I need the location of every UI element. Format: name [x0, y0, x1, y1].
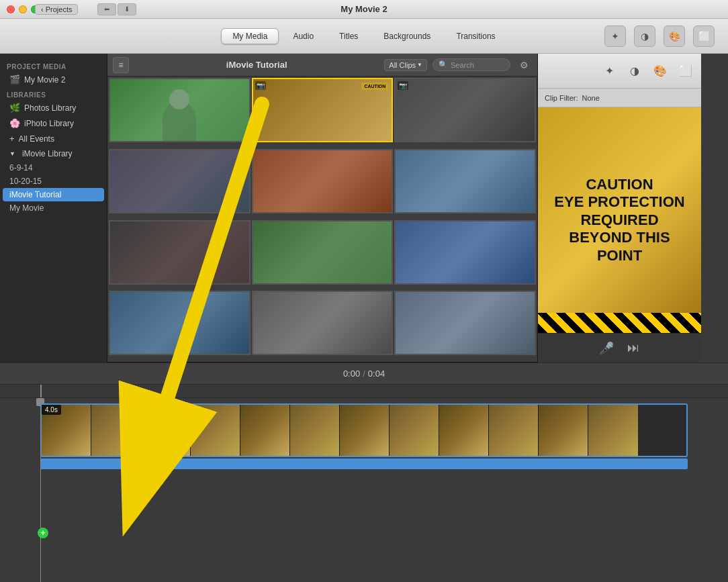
sidebar-item-10-20-15[interactable]: 10-20-15: [3, 175, 104, 188]
clip-9-thumbnail: [396, 222, 535, 283]
clip-3[interactable]: 📷: [394, 78, 536, 142]
palette-button[interactable]: 🎨: [664, 26, 685, 47]
clip-frame-10: [489, 405, 539, 456]
clip-3-thumbnail: [396, 79, 535, 141]
search-input[interactable]: [451, 61, 504, 69]
color-button[interactable]: ◑: [634, 26, 655, 47]
timeline-cursor-line: [40, 398, 41, 582]
clip-2[interactable]: CAUTION 📷: [252, 78, 394, 142]
clip-8-thumbnail: [253, 222, 392, 283]
timeline-cursor-top: [40, 385, 42, 397]
clip-12-thumbnail: [396, 292, 535, 354]
clip-frame-9: [439, 405, 489, 456]
tab-backgrounds[interactable]: Backgrounds: [372, 28, 442, 44]
titlebar: ‹ Projects ⬅ ⬇ My Movie 2: [0, 0, 728, 19]
nav-back-button[interactable]: ⬅: [97, 3, 116, 15]
sidebar-photos-label: Photos Library: [24, 103, 76, 113]
tab-transitions[interactable]: Transitions: [445, 28, 506, 44]
tab-my-media[interactable]: My Media: [221, 28, 279, 44]
timeline-ruler: [0, 385, 728, 398]
sidebar-sub-label-3: iMovie Tutorial: [9, 190, 61, 199]
clip-5-thumbnail: [253, 150, 392, 212]
sidebar-item-my-movie[interactable]: My Movie: [3, 201, 104, 215]
sidebar-item-imovie-library[interactable]: ▼ iMovie Library: [3, 146, 104, 161]
magic-wand-button[interactable]: ✦: [599, 61, 619, 81]
sidebar-sub-label-4: My Movie: [9, 203, 44, 213]
enhance-button[interactable]: ✦: [604, 26, 626, 47]
camera-icon-3: 📷: [398, 81, 408, 90]
clip-frame-2: [91, 405, 141, 456]
clip-11[interactable]: [252, 291, 394, 355]
clip-frame-12: [588, 405, 638, 456]
sidebar-imovie-label: iMovie Library: [22, 149, 73, 158]
color-correction-button[interactable]: 🎨: [650, 61, 670, 81]
clip-filter-bar: Clip Filter: None: [538, 89, 701, 107]
clip-filter-value: None: [582, 94, 600, 102]
clip-frame-11: [539, 405, 588, 456]
back-icon: ‹: [41, 5, 44, 13]
projects-label: Projects: [46, 5, 73, 13]
sidebar-sub-label-2: 10-20-15: [9, 177, 42, 186]
close-button[interactable]: [7, 5, 15, 13]
minimize-button[interactable]: [19, 5, 27, 13]
clip-11-thumbnail: [253, 292, 392, 354]
sidebar-item-my-movie-2[interactable]: 🎬 My Movie 2: [3, 72, 104, 87]
preview-video: CAUTIONEYE PROTECTIONREQUIREDBEYOND THIS…: [538, 107, 701, 333]
search-box[interactable]: 🔍: [433, 58, 510, 71]
clip-6[interactable]: [394, 149, 536, 213]
toolbar-right: ✦ ◑ 🎨 ⬜: [604, 26, 715, 47]
tab-titles[interactable]: Titles: [328, 28, 369, 44]
tab-audio[interactable]: Audio: [281, 28, 325, 44]
gear-button[interactable]: ⚙: [516, 57, 532, 73]
add-icon: +: [9, 134, 15, 144]
timeline-current-time: 0:00: [343, 369, 360, 379]
crop-button-right[interactable]: ⬜: [676, 61, 696, 81]
crop-button[interactable]: ⬜: [693, 26, 715, 47]
bottom-section: 0:00 / 0:04 4.0s +: [0, 362, 728, 582]
sidebar-project-label: My Movie 2: [24, 75, 65, 85]
mic-button[interactable]: 🎤: [597, 339, 616, 358]
clip-12[interactable]: [394, 291, 536, 355]
browser-title: iMovie Tutorial: [134, 60, 379, 70]
timeline-header: 0:00 / 0:04: [0, 363, 728, 385]
clip-9[interactable]: [394, 220, 536, 285]
duration-badge: 4.0s: [42, 405, 61, 415]
sidebar-item-6-9-14[interactable]: 6-9-14: [3, 161, 104, 175]
clip-4[interactable]: [109, 149, 251, 213]
main-layout: PROJECT MEDIA 🎬 My Movie 2 LIBRARIES 🌿 P…: [0, 54, 728, 582]
preview-panel: ✦ ◑ 🎨 ⬜ Clip Filter: None CAUTIONEYE PRO…: [537, 54, 701, 362]
clip-8[interactable]: [252, 220, 394, 285]
clip-4-thumbnail: [110, 150, 249, 212]
clip-5[interactable]: [252, 149, 394, 213]
project-media-header: PROJECT MEDIA: [0, 59, 107, 72]
clip-7[interactable]: [109, 220, 251, 285]
clip-frame-5: [240, 405, 290, 456]
color-balance-button[interactable]: ◑: [625, 61, 645, 81]
sidebar-item-imovie-tutorial[interactable]: iMovie Tutorial: [3, 188, 104, 201]
nav-forward-button[interactable]: ⬇: [118, 3, 136, 15]
sidebar-item-iphoto-library[interactable]: 🌸 iPhoto Library: [3, 115, 104, 131]
browser-panel: ≡ iMovie Tutorial All Clips ▼ 🔍 ⚙: [107, 54, 537, 362]
timeline-total-time: 0:04: [368, 369, 385, 379]
triangle-icon: ▼: [9, 150, 15, 157]
sidebar-all-events-label: All Events: [19, 134, 54, 144]
clip-frames: [42, 405, 638, 456]
voiceover-button[interactable]: ⏭: [624, 339, 643, 358]
clips-filter[interactable]: All Clips ▼: [384, 59, 427, 71]
clip-10[interactable]: [109, 291, 251, 355]
clip-frame-6: [290, 405, 340, 456]
chevron-down-icon: ▼: [417, 62, 422, 68]
clip-1[interactable]: [109, 78, 251, 142]
timeline-clip-strip[interactable]: [40, 403, 688, 457]
clip-grid: CAUTION 📷 📷: [107, 77, 537, 362]
browser-toggle-button[interactable]: ≡: [113, 57, 129, 73]
sidebar-item-all-events[interactable]: + All Events: [3, 131, 104, 146]
traffic-lights: [7, 5, 39, 13]
clips-filter-label: All Clips: [389, 61, 416, 69]
caution-sign: CAUTIONEYE PROTECTIONREQUIREDBEYOND THIS…: [538, 107, 701, 333]
sidebar-item-photos-library[interactable]: 🌿 Photos Library: [3, 100, 104, 115]
caution-stripe: [538, 313, 701, 333]
add-to-timeline-button[interactable]: +: [38, 528, 48, 538]
projects-button[interactable]: ‹ Projects: [35, 4, 78, 15]
film-icon: 🎬: [9, 75, 20, 85]
